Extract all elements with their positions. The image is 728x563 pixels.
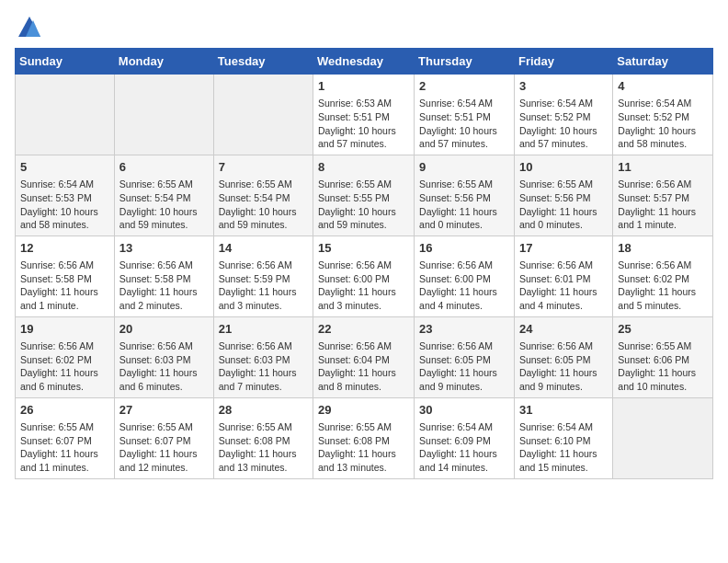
day-number: 21 (219, 321, 308, 338)
day-info: Sunrise: 6:55 AM Sunset: 6:08 PM Dayligh… (318, 420, 409, 475)
calendar-cell: 15Sunrise: 6:56 AM Sunset: 6:00 PM Dayli… (313, 236, 415, 316)
day-number: 25 (618, 321, 708, 338)
day-info: Sunrise: 6:56 AM Sunset: 6:05 PM Dayligh… (419, 339, 509, 394)
day-info: Sunrise: 6:55 AM Sunset: 5:56 PM Dayligh… (419, 178, 509, 232)
day-info: Sunrise: 6:55 AM Sunset: 6:06 PM Dayligh… (618, 339, 708, 394)
day-info: Sunrise: 6:56 AM Sunset: 6:03 PM Dayligh… (219, 339, 308, 394)
day-number: 5 (20, 159, 109, 176)
day-number: 22 (318, 321, 409, 338)
week-row-3: 12Sunrise: 6:56 AM Sunset: 5:58 PM Dayli… (16, 236, 713, 316)
day-info: Sunrise: 6:56 AM Sunset: 5:58 PM Dayligh… (20, 259, 109, 313)
day-number: 23 (419, 321, 509, 338)
day-number: 31 (519, 402, 608, 419)
weekday-header-thursday: Thursday (415, 49, 515, 75)
day-number: 18 (618, 240, 708, 257)
calendar-cell: 28Sunrise: 6:55 AM Sunset: 6:08 PM Dayli… (213, 397, 313, 478)
weekday-header-saturday: Saturday (613, 49, 713, 75)
day-number: 28 (219, 402, 308, 419)
day-number: 13 (119, 240, 209, 257)
day-number: 2 (419, 78, 509, 95)
calendar-cell: 13Sunrise: 6:56 AM Sunset: 5:58 PM Dayli… (114, 236, 213, 316)
day-info: Sunrise: 6:56 AM Sunset: 6:02 PM Dayligh… (20, 339, 109, 394)
day-number: 3 (519, 78, 608, 95)
day-number: 4 (618, 78, 708, 95)
calendar-table: SundayMondayTuesdayWednesdayThursdayFrid… (15, 48, 713, 479)
day-info: Sunrise: 6:55 AM Sunset: 6:07 PM Dayligh… (119, 420, 209, 475)
calendar-cell: 23Sunrise: 6:56 AM Sunset: 6:05 PM Dayli… (415, 316, 515, 397)
day-number: 19 (20, 321, 109, 338)
day-info: Sunrise: 6:55 AM Sunset: 5:55 PM Dayligh… (318, 178, 409, 232)
day-info: Sunrise: 6:55 AM Sunset: 5:54 PM Dayligh… (219, 178, 308, 232)
day-info: Sunrise: 6:55 AM Sunset: 5:56 PM Dayligh… (519, 178, 608, 232)
day-info: Sunrise: 6:55 AM Sunset: 6:08 PM Dayligh… (219, 420, 308, 475)
calendar-cell (213, 75, 313, 155)
day-info: Sunrise: 6:54 AM Sunset: 6:09 PM Dayligh… (419, 420, 509, 475)
weekday-header-monday: Monday (114, 49, 213, 75)
day-number: 27 (119, 402, 209, 419)
calendar-cell: 26Sunrise: 6:55 AM Sunset: 6:07 PM Dayli… (16, 397, 115, 478)
calendar-cell: 22Sunrise: 6:56 AM Sunset: 6:04 PM Dayli… (313, 316, 415, 397)
calendar-cell: 17Sunrise: 6:56 AM Sunset: 6:01 PM Dayli… (514, 236, 612, 316)
day-number: 20 (119, 321, 209, 338)
calendar-cell (114, 75, 213, 155)
day-info: Sunrise: 6:56 AM Sunset: 6:03 PM Dayligh… (119, 339, 209, 394)
day-info: Sunrise: 6:56 AM Sunset: 6:01 PM Dayligh… (519, 259, 608, 313)
calendar-cell: 10Sunrise: 6:55 AM Sunset: 5:56 PM Dayli… (514, 155, 612, 236)
calendar-cell: 31Sunrise: 6:54 AM Sunset: 6:10 PM Dayli… (514, 397, 612, 478)
weekday-header-wednesday: Wednesday (313, 49, 415, 75)
calendar-cell: 7Sunrise: 6:55 AM Sunset: 5:54 PM Daylig… (213, 155, 313, 236)
calendar-cell: 12Sunrise: 6:56 AM Sunset: 5:58 PM Dayli… (16, 236, 115, 316)
calendar-cell: 11Sunrise: 6:56 AM Sunset: 5:57 PM Dayli… (613, 155, 713, 236)
calendar-cell: 19Sunrise: 6:56 AM Sunset: 6:02 PM Dayli… (16, 316, 115, 397)
calendar-cell: 1Sunrise: 6:53 AM Sunset: 5:51 PM Daylig… (313, 75, 415, 155)
week-row-5: 26Sunrise: 6:55 AM Sunset: 6:07 PM Dayli… (16, 397, 713, 478)
calendar-cell: 20Sunrise: 6:56 AM Sunset: 6:03 PM Dayli… (114, 316, 213, 397)
day-number: 10 (519, 159, 608, 176)
day-info: Sunrise: 6:56 AM Sunset: 6:02 PM Dayligh… (618, 259, 708, 313)
week-row-1: 1Sunrise: 6:53 AM Sunset: 5:51 PM Daylig… (16, 75, 713, 155)
day-info: Sunrise: 6:53 AM Sunset: 5:51 PM Dayligh… (318, 97, 409, 151)
calendar-cell: 25Sunrise: 6:55 AM Sunset: 6:06 PM Dayli… (613, 316, 713, 397)
weekday-header-tuesday: Tuesday (213, 49, 313, 75)
calendar-cell: 27Sunrise: 6:55 AM Sunset: 6:07 PM Dayli… (114, 397, 213, 478)
weekday-header-friday: Friday (514, 49, 612, 75)
day-number: 9 (419, 159, 509, 176)
week-row-2: 5Sunrise: 6:54 AM Sunset: 5:53 PM Daylig… (16, 155, 713, 236)
day-number: 8 (318, 159, 409, 176)
calendar-cell: 24Sunrise: 6:56 AM Sunset: 6:05 PM Dayli… (514, 316, 612, 397)
weekday-header-row: SundayMondayTuesdayWednesdayThursdayFrid… (16, 49, 713, 75)
page-header (15, 15, 713, 40)
day-info: Sunrise: 6:56 AM Sunset: 6:00 PM Dayligh… (419, 259, 509, 313)
day-number: 1 (318, 78, 409, 95)
day-number: 17 (519, 240, 608, 257)
calendar-cell: 18Sunrise: 6:56 AM Sunset: 6:02 PM Dayli… (613, 236, 713, 316)
day-info: Sunrise: 6:54 AM Sunset: 6:10 PM Dayligh… (519, 420, 608, 475)
day-info: Sunrise: 6:56 AM Sunset: 6:04 PM Dayligh… (318, 339, 409, 394)
week-row-4: 19Sunrise: 6:56 AM Sunset: 6:02 PM Dayli… (16, 316, 713, 397)
calendar-cell: 30Sunrise: 6:54 AM Sunset: 6:09 PM Dayli… (415, 397, 515, 478)
day-number: 30 (419, 402, 509, 419)
day-number: 11 (618, 159, 708, 176)
day-number: 26 (20, 402, 109, 419)
day-info: Sunrise: 6:54 AM Sunset: 5:51 PM Dayligh… (419, 97, 509, 151)
day-info: Sunrise: 6:56 AM Sunset: 6:00 PM Dayligh… (318, 259, 409, 313)
calendar-cell: 14Sunrise: 6:56 AM Sunset: 5:59 PM Dayli… (213, 236, 313, 316)
calendar-cell: 29Sunrise: 6:55 AM Sunset: 6:08 PM Dayli… (313, 397, 415, 478)
day-number: 12 (20, 240, 109, 257)
day-number: 6 (119, 159, 209, 176)
logo-icon (17, 15, 42, 40)
day-number: 29 (318, 402, 409, 419)
day-number: 15 (318, 240, 409, 257)
day-info: Sunrise: 6:56 AM Sunset: 5:59 PM Dayligh… (219, 259, 308, 313)
calendar-cell: 2Sunrise: 6:54 AM Sunset: 5:51 PM Daylig… (415, 75, 515, 155)
calendar-cell: 3Sunrise: 6:54 AM Sunset: 5:52 PM Daylig… (514, 75, 612, 155)
day-number: 24 (519, 321, 608, 338)
calendar-cell (16, 75, 115, 155)
calendar-cell: 5Sunrise: 6:54 AM Sunset: 5:53 PM Daylig… (16, 155, 115, 236)
day-info: Sunrise: 6:54 AM Sunset: 5:52 PM Dayligh… (618, 97, 708, 151)
day-info: Sunrise: 6:55 AM Sunset: 5:54 PM Dayligh… (119, 178, 209, 232)
day-number: 14 (219, 240, 308, 257)
calendar-cell (613, 397, 713, 478)
day-info: Sunrise: 6:56 AM Sunset: 6:05 PM Dayligh… (519, 339, 608, 394)
day-number: 16 (419, 240, 509, 257)
